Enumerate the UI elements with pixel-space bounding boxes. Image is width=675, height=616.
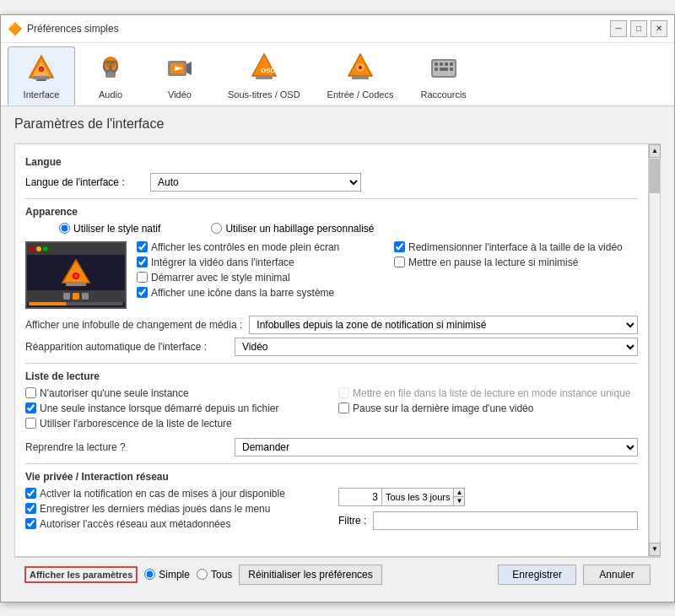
svg-rect-31 (450, 68, 453, 71)
svg-rect-17 (256, 76, 273, 79)
cb-single-input[interactable] (25, 387, 36, 398)
vie-privee-area: Activer la notification en cas de mises … (25, 488, 638, 533)
svg-rect-8 (105, 69, 116, 78)
cancel-button[interactable]: Annuler (583, 565, 651, 585)
update-days-input[interactable] (339, 491, 381, 503)
preview-screen (27, 255, 125, 290)
svg-rect-33 (66, 283, 86, 286)
nav-item-video[interactable]: Vidéo (146, 46, 213, 105)
cb-updates-input[interactable] (25, 488, 36, 499)
langue-label: Langue de l'interface : (25, 176, 143, 188)
video-icon (165, 52, 195, 87)
maximize-button[interactable]: □ (630, 20, 647, 37)
window-title: Préférences simples (27, 23, 119, 35)
cb-network-input[interactable] (25, 518, 36, 529)
cb-recent-input[interactable] (25, 503, 36, 514)
nav-audio-label: Audio (99, 89, 122, 100)
preview-controls (27, 290, 125, 302)
spin-up-btn[interactable]: ▲ (453, 489, 464, 498)
cb-lastframe-input[interactable] (338, 403, 349, 413)
radio-tous[interactable]: Tous (197, 569, 232, 581)
cb-pause-input[interactable] (394, 257, 405, 267)
title-bar-controls: ─ □ ✕ (610, 20, 667, 37)
reapparition-select[interactable]: Vidéo Jamais Toujours (235, 338, 638, 356)
nav-bar: Interface Audio (1, 43, 674, 106)
cb-minimal-style: Démarrer avec le style minimal (137, 272, 381, 284)
title-bar: 🔶 Préférences simples ─ □ ✕ (1, 15, 674, 43)
audio-icon (95, 52, 126, 87)
cb-minimal-input[interactable] (137, 272, 148, 283)
svg-rect-26 (440, 62, 443, 66)
cb-integrate-video: Intégrer la vidéo dans l'interface (137, 257, 381, 268)
afficher-label: Afficher les paramètres (24, 566, 138, 583)
scroll-up-btn[interactable]: ▲ (649, 144, 661, 158)
page-title: Paramètres de l'interface (14, 116, 661, 135)
reset-button[interactable]: Réinitialiser les préférences (239, 565, 381, 585)
cb-resize-input[interactable] (394, 241, 405, 252)
ctrl-next (82, 293, 89, 300)
style-radio-row: Utiliser le style natif Utiliser un habi… (25, 223, 638, 235)
preview-progress-fill (29, 302, 67, 305)
radio-native[interactable]: Utiliser le style natif (59, 223, 160, 235)
shortcuts-icon (429, 52, 459, 87)
svg-rect-29 (435, 68, 438, 71)
vie-privee-left: Activer la notification en cas de mises … (25, 488, 325, 533)
preview-progress (29, 302, 123, 305)
radio-custom[interactable]: Utiliser un habillage personnalisé (211, 223, 374, 235)
minimize-button[interactable]: ─ (610, 20, 627, 37)
nav-video-label: Vidéo (168, 89, 192, 100)
ctrl-play (73, 293, 79, 300)
nav-interface-label: Interface (24, 89, 60, 100)
checkboxes-right: Redimensionner l'interface à la taille d… (394, 241, 638, 302)
svg-rect-30 (440, 68, 448, 71)
scroll-down-btn[interactable]: ▼ (649, 543, 661, 556)
nav-item-shortcuts[interactable]: Raccourcis (408, 46, 478, 105)
cb-file-input[interactable] (25, 403, 36, 413)
close-button[interactable]: ✕ (651, 20, 667, 37)
vie-privee-section-title: Vie privée / Interaction réseau (25, 471, 638, 483)
vie-privee-right: Tous les 3 jours ▲ ▼ Filtre : (338, 488, 638, 533)
scroll-thumb (650, 159, 660, 193)
dot-red (30, 246, 35, 251)
nav-item-interface[interactable]: Interface (8, 46, 75, 105)
svg-rect-28 (450, 62, 453, 66)
langue-section-title: Langue (25, 156, 638, 168)
cb-tree-input[interactable] (25, 418, 36, 429)
nav-item-audio[interactable]: Audio (77, 46, 144, 105)
cb-enqueue-label: Mettre en file dans la liste de lecture … (353, 387, 631, 399)
spinbox-btns: ▲ ▼ (453, 489, 464, 505)
preview-area: Afficher les contrôles en mode plein écr… (25, 241, 638, 309)
spin-down-btn[interactable]: ▼ (453, 497, 464, 505)
langue-select[interactable]: Auto (150, 173, 361, 192)
infobulle-select[interactable]: Infobulles depuis la zone de notificatio… (249, 316, 638, 334)
save-button[interactable]: Enregistrer (498, 565, 576, 585)
svg-point-22 (359, 66, 362, 69)
interface-icon (26, 52, 57, 87)
filtre-row: Filtre : (338, 511, 638, 530)
radio-tous-input[interactable] (197, 569, 208, 580)
main-content: Paramètres de l'interface Langue Langue … (1, 106, 674, 602)
cb-systray-input[interactable] (137, 287, 148, 298)
nav-subtitles-label: Sous-titres / OSD (228, 89, 300, 100)
title-bar-left: 🔶 Préférences simples (8, 22, 119, 35)
lecture-right: Mettre en file dans la liste de lecture … (338, 387, 638, 433)
radio-simple[interactable]: Simple (144, 569, 190, 581)
cb-fullscreen-input[interactable] (137, 241, 148, 252)
nav-item-subtitles[interactable]: OSD Sous-titres / OSD (215, 46, 313, 105)
cb-last-frame: Pause sur la dernière image d'une vidéo (338, 403, 638, 414)
cb-integrate-input[interactable] (137, 257, 148, 267)
radio-simple-input[interactable] (144, 569, 155, 580)
nav-item-input[interactable]: Entrée / Codecs (315, 46, 407, 105)
apparence-section-title: Apparence (25, 206, 638, 218)
cb-lastframe-label: Pause sur la dernière image d'une vidéo (353, 403, 533, 414)
cb-pause-label: Mettre en pause la lecture si minimisé (408, 257, 578, 268)
filtre-input[interactable] (373, 511, 638, 530)
ctrl-prev (63, 293, 70, 300)
reprendre-select[interactable]: Demander Toujours Jamais (235, 438, 638, 457)
vlc-preview (25, 241, 127, 309)
cb-pause-minimize: Mettre en pause la lecture si minimisé (394, 257, 638, 268)
cb-one-from-file: Une seule instance lorsque démarré depui… (25, 403, 325, 414)
svg-marker-13 (186, 62, 192, 75)
svg-rect-27 (445, 62, 448, 66)
scrollbar[interactable]: ▲ ▼ (649, 143, 661, 557)
